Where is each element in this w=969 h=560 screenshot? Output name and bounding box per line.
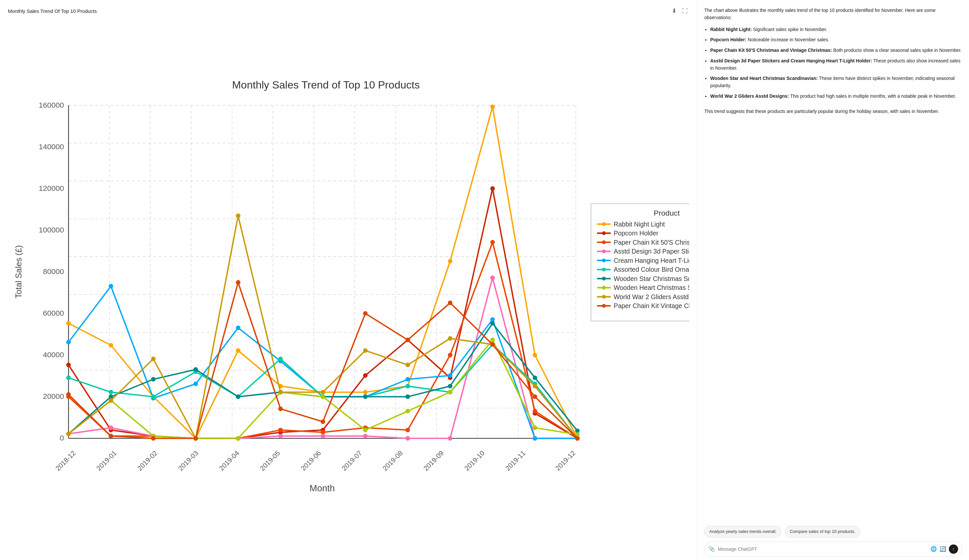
svg-point-182	[602, 222, 606, 226]
right-panel: The chart above illustrates the monthly …	[698, 0, 969, 560]
svg-text:2019-10: 2019-10	[463, 449, 486, 472]
bullet-3-text: Both products show a clear seasonal sale…	[833, 48, 961, 53]
svg-point-173	[363, 311, 368, 316]
svg-text:Wooden Star Christmas Scandina: Wooden Star Christmas Scandinavian	[614, 275, 689, 282]
svg-point-168	[151, 436, 156, 441]
svg-point-209	[602, 304, 606, 308]
bullet-1-bold: Rabbit Night Light:	[710, 27, 752, 32]
svg-point-151	[533, 425, 537, 430]
svg-point-110	[448, 373, 453, 378]
chart-title: Monthly Sales Trend Of Top 10 Products	[8, 8, 97, 14]
svg-point-175	[448, 301, 453, 305]
svg-text:2019-04: 2019-04	[218, 449, 241, 472]
svg-point-174	[406, 338, 410, 342]
bullet-item-5: Wooden Star and Heart Christmas Scandina…	[710, 75, 962, 89]
line-rabbit-night-light	[68, 106, 577, 438]
svg-point-96	[406, 436, 410, 441]
chip-1[interactable]: Analyze yearly sales trends overall.	[704, 526, 781, 538]
svg-point-98	[490, 276, 495, 280]
svg-point-203	[602, 286, 606, 289]
svg-point-169	[193, 436, 198, 441]
bullet-item-4: Asstd Design 3d Paper Stickers and Cream…	[710, 57, 962, 71]
svg-point-178	[575, 436, 579, 441]
svg-point-122	[406, 384, 410, 388]
svg-text:120000: 120000	[38, 184, 64, 193]
svg-point-89	[109, 425, 113, 430]
svg-point-102	[109, 284, 113, 289]
chart-header: Monthly Sales Trend Of Top 10 Products ⬇…	[8, 7, 689, 15]
svg-point-144	[236, 436, 240, 441]
svg-point-164	[533, 384, 537, 388]
svg-point-176	[490, 342, 495, 347]
voice-icon[interactable]: 🌐	[931, 545, 937, 553]
svg-point-150	[490, 338, 495, 342]
svg-point-114	[67, 376, 71, 380]
svg-point-197	[602, 268, 606, 271]
bullet-6-text: This product had high sales in multiple …	[790, 93, 956, 99]
svg-point-155	[151, 357, 156, 361]
trailing-text: This trend suggests that these products …	[704, 108, 962, 115]
svg-point-72	[490, 186, 495, 191]
svg-point-148	[406, 409, 410, 414]
svg-text:2019-09: 2019-09	[422, 449, 445, 472]
svg-point-105	[236, 326, 240, 330]
download-button[interactable]: ⬇	[671, 7, 678, 15]
svg-text:40000: 40000	[43, 350, 64, 359]
svg-point-62	[67, 362, 71, 367]
svg-point-50	[109, 343, 113, 348]
svg-text:Cream Hanging Heart T-Light Ho: Cream Hanging Heart T-Light Holder	[614, 257, 689, 264]
line-ww2-gliders	[68, 216, 577, 438]
emoji-icon[interactable]: 🔄	[940, 545, 946, 553]
svg-point-60	[533, 352, 537, 357]
svg-text:2019-02: 2019-02	[136, 449, 159, 472]
svg-point-171	[278, 407, 283, 411]
svg-text:Total Sales (£): Total Sales (£)	[14, 245, 23, 299]
svg-text:Assorted Colour Bird Ornament: Assorted Colour Bird Ornament	[614, 266, 689, 273]
svg-point-83	[406, 428, 410, 432]
bottom-section: Analyze yearly sales trends overall. Com…	[704, 526, 962, 560]
expand-button[interactable]: ⛶	[681, 7, 689, 15]
send-button[interactable]: ↑	[949, 545, 958, 554]
svg-text:2019-05: 2019-05	[258, 449, 281, 472]
svg-text:2019-06: 2019-06	[299, 449, 322, 472]
svg-point-161	[406, 362, 410, 367]
svg-point-86	[533, 409, 537, 414]
svg-text:World War 2 Gliders Asstd Desi: World War 2 Gliders Asstd Designs	[614, 293, 689, 301]
svg-text:2018-12: 2018-12	[54, 449, 77, 472]
svg-point-206	[602, 295, 606, 299]
svg-text:160000: 160000	[38, 101, 64, 109]
line-paper-chain-vintage	[68, 282, 577, 438]
suggestion-chips: Analyze yearly sales trends overall. Com…	[704, 526, 962, 538]
line-popcorn-holder	[68, 189, 577, 439]
svg-point-112	[533, 436, 537, 441]
svg-point-188	[602, 240, 606, 244]
svg-text:20000: 20000	[43, 392, 64, 400]
svg-point-58	[448, 259, 453, 264]
svg-point-191	[602, 249, 606, 253]
chat-input[interactable]	[718, 547, 928, 552]
svg-point-135	[406, 395, 410, 399]
svg-point-170	[236, 280, 240, 285]
attachment-icon[interactable]: 📎	[708, 545, 715, 553]
bullet-item-2: Popcorn Holder: Noticeable increase in N…	[710, 36, 962, 43]
svg-point-116	[151, 395, 156, 399]
svg-text:2019-07: 2019-07	[340, 449, 363, 472]
bullet-2-bold: Popcorn Holder:	[710, 37, 746, 42]
svg-point-153	[67, 432, 71, 436]
svg-text:Wooden Heart Christmas Scandin: Wooden Heart Christmas Scandinavian	[614, 284, 689, 291]
bullet-4-bold: Asstd Design 3d Paper Stickers and Cream…	[710, 58, 872, 63]
chip-2[interactable]: Compare sales of top 10 products.	[785, 526, 860, 538]
svg-point-158	[278, 390, 283, 395]
svg-point-162	[448, 336, 453, 341]
svg-point-115	[109, 390, 113, 395]
svg-text:100000: 100000	[38, 226, 64, 234]
bullet-6-bold: World War 2 Gliders Asstd Designs:	[710, 93, 789, 99]
svg-text:Asstd Design 3d Paper Stickers: Asstd Design 3d Paper Stickers	[614, 248, 689, 255]
svg-point-129	[151, 377, 156, 382]
svg-point-160	[363, 348, 368, 353]
svg-point-194	[602, 259, 606, 262]
bullet-2-text: Noticeable increase in November sales.	[748, 37, 829, 42]
svg-text:2019-03: 2019-03	[177, 449, 200, 472]
svg-point-172	[321, 419, 325, 424]
svg-point-177	[533, 395, 537, 399]
